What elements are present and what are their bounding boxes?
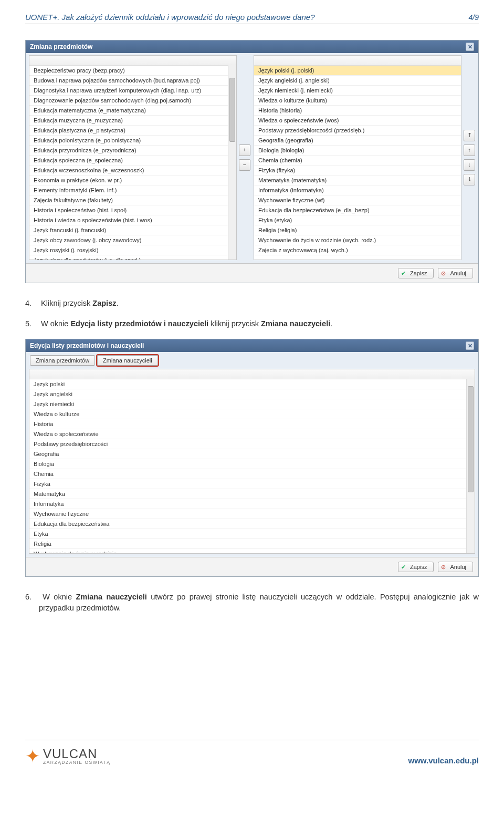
list-item[interactable]: Wychowanie fizyczne: [29, 509, 466, 519]
list-item[interactable]: Historia: [29, 419, 466, 429]
list-item[interactable]: Wiedza o kulturze (kultura): [254, 96, 461, 106]
list-item[interactable]: Historia (historia): [254, 106, 461, 116]
tab-zmiana-przedmiotow[interactable]: Zmiana przedmiotów: [30, 355, 95, 366]
list-item[interactable]: Język polski (j. polski): [254, 66, 461, 76]
add-button[interactable]: +: [239, 144, 250, 156]
list-item[interactable]: Edukacja polonistyczna (e_polonistyczna): [29, 136, 236, 146]
list-item[interactable]: Diagnostyka i naprawa urządzeń komputero…: [29, 86, 236, 96]
list-item[interactable]: Historia i wiedza o społeczeństwie (hist…: [29, 215, 236, 225]
list-item[interactable]: Język rosyjski (j. rosyjski): [29, 245, 236, 255]
save-button[interactable]: ✔ Zapisz: [398, 562, 434, 572]
list-item[interactable]: Chemia (chemia): [254, 156, 461, 165]
list-item[interactable]: Podstawy przedsiębiorczości: [29, 439, 466, 449]
close-icon[interactable]: ✕: [466, 43, 474, 51]
list-item[interactable]: Diagnozowanie pojazdów samochodowych (di…: [29, 96, 236, 106]
list-item[interactable]: Matematyka: [29, 489, 466, 499]
list-item[interactable]: Edukacja plastyczna (e_plastyczna): [29, 126, 236, 136]
list-item[interactable]: Edukacja społeczna (e_spoleczna): [29, 156, 236, 165]
list-item[interactable]: Geografia (geografia): [254, 136, 461, 146]
list-item[interactable]: Wychowanie fizyczne (wf): [254, 195, 461, 205]
list-item[interactable]: Edukacja przyrodnicza (e_przyrodnicza): [29, 146, 236, 156]
list-item[interactable]: Język polski: [29, 379, 466, 389]
vulcan-logo: ✦ VULCAN ZARZĄDZANIE OŚWIATĄ: [25, 748, 110, 765]
list-item[interactable]: Zajęcia fakultatywne (fakultety): [29, 195, 236, 205]
list-item[interactable]: Budowa i naprawa pojazdów samochodowych …: [29, 76, 236, 86]
subject-list[interactable]: Język polskiJęzyk angielskiJęzyk niemiec…: [29, 369, 475, 554]
tab-zmiana-nauczycieli[interactable]: Zmiana nauczycieli: [97, 355, 158, 366]
dialog-titlebar: Zmiana przedmiotów ✕: [26, 40, 478, 53]
list-item[interactable]: Język francuski (j. francuski): [29, 225, 236, 235]
list-item[interactable]: Wiedza o społeczeństwie (wos): [254, 116, 461, 126]
list-item[interactable]: Religia: [29, 539, 466, 549]
list-item[interactable]: Język angielski: [29, 389, 466, 399]
list-item[interactable]: Religia (religia): [254, 225, 461, 235]
move-bottom-button[interactable]: ⤓: [464, 174, 475, 185]
list-item[interactable]: Wychowanie do życia w rodzinie (wych. ro…: [254, 235, 461, 245]
list-item[interactable]: Etyka: [29, 529, 466, 539]
page-number: 4/9: [469, 13, 479, 22]
page-header: UONET+. Jak założyć dziennik oddziału i …: [25, 13, 479, 24]
list-item[interactable]: Zajęcia z wychowawcą (zaj. wych.): [254, 245, 461, 255]
instruction-step-4: 4. Kliknij przycisk Zapisz.: [39, 298, 479, 309]
dialog-title: Edycja listy przedmiotów i nauczycieli: [30, 342, 144, 349]
right-list[interactable]: Język polski (j. polski)Język angielski …: [254, 55, 461, 260]
scrollbar[interactable]: [228, 65, 236, 260]
list-item[interactable]: Edukacja wczesnoszkolna (e_wczesnoszk): [29, 165, 236, 175]
list-item[interactable]: Edukacja dla bezpieczeństwa: [29, 519, 466, 529]
move-buttons: + −: [239, 55, 251, 260]
doc-title: UONET+. Jak założyć dziennik oddziału i …: [25, 13, 315, 22]
site-url: www.vulcan.edu.pl: [408, 756, 479, 765]
check-icon: ✔: [401, 564, 406, 571]
list-item[interactable]: Język niemiecki (j. niemiecki): [254, 86, 461, 96]
save-button[interactable]: ✔ Zapisz: [398, 268, 434, 278]
flame-icon: ✦: [25, 749, 40, 763]
move-down-button[interactable]: ↓: [464, 159, 475, 171]
instruction-step-6: 6. W oknie Zmiana nauczycieli utwórz po …: [39, 592, 479, 614]
page-footer: ✦ VULCAN ZARZĄDZANIE OŚWIATĄ www.vulcan.…: [25, 740, 479, 765]
dialog-zmiana-przedmiotow: Zmiana przedmiotów ✕ Bezpieczeństwo prac…: [25, 40, 479, 283]
brand-name: VULCAN: [43, 748, 110, 760]
list-item[interactable]: Edukacja dla bezpieczeństwa (e_dla_bezp): [254, 205, 461, 215]
move-up-button[interactable]: ↑: [464, 144, 475, 156]
list-header: [254, 56, 461, 66]
save-label: Zapisz: [410, 270, 427, 276]
close-icon[interactable]: ✕: [466, 341, 474, 350]
list-item[interactable]: Język obcy dla spedytorów (j.o. dla sped…: [29, 255, 236, 260]
list-item[interactable]: Historia i społeczeństwo (hist. i społ): [29, 205, 236, 215]
list-item[interactable]: Chemia: [29, 469, 466, 479]
cancel-icon: ⊘: [441, 564, 446, 571]
list-item[interactable]: Język niemiecki: [29, 399, 466, 409]
dialog-toolbar: Zmiana przedmiotów Zmiana nauczycieli: [26, 352, 478, 366]
list-item[interactable]: Bezpieczeństwo pracy (bezp.pracy): [29, 66, 236, 76]
list-item[interactable]: Wiedza o społeczeństwie: [29, 429, 466, 439]
dialog-footer: ✔ Zapisz ⊘ Anuluj: [26, 557, 478, 576]
brand-tagline: ZARZĄDZANIE OŚWIATĄ: [43, 760, 110, 765]
list-item[interactable]: Elementy informatyki (Elem. inf.): [29, 185, 236, 195]
list-item[interactable]: Fizyka: [29, 479, 466, 489]
list-item[interactable]: Język obcy zawodowy (j. obcy zawodowy): [29, 235, 236, 245]
list-item[interactable]: Informatyka (informatyka): [254, 185, 461, 195]
list-item[interactable]: Podstawy przedsiębiorczości (przedsięb.): [254, 126, 461, 136]
cancel-label: Anuluj: [450, 270, 466, 276]
list-item[interactable]: Edukacja matematyczna (e_matematyczna): [29, 106, 236, 116]
list-item[interactable]: Ekonomia w praktyce (ekon. w pr.): [29, 175, 236, 185]
list-item[interactable]: Wiedza o kulturze: [29, 409, 466, 419]
move-top-button[interactable]: ⤒: [464, 130, 475, 141]
cancel-icon: ⊘: [441, 270, 446, 277]
order-buttons: ⤒ ↑ ↓ ⤓: [464, 55, 475, 260]
remove-button[interactable]: −: [239, 159, 250, 171]
list-item[interactable]: Informatyka: [29, 499, 466, 509]
list-item[interactable]: Biologia: [29, 459, 466, 469]
list-item[interactable]: Edukacja muzyczna (e_muzyczna): [29, 116, 236, 126]
list-item[interactable]: Fizyka (fizyka): [254, 165, 461, 175]
left-list[interactable]: Bezpieczeństwo pracy (bezp.pracy)Budowa …: [29, 55, 237, 260]
list-item[interactable]: Wychowanie do życia w rodzinie: [29, 549, 466, 554]
list-item[interactable]: Język angielski (j. angielski): [254, 76, 461, 86]
list-item[interactable]: Matematyka (matematyka): [254, 175, 461, 185]
list-item[interactable]: Etyka (etyka): [254, 215, 461, 225]
cancel-button[interactable]: ⊘ Anuluj: [438, 268, 473, 278]
list-item[interactable]: Biologia (biologia): [254, 146, 461, 156]
scrollbar[interactable]: [466, 379, 475, 553]
cancel-button[interactable]: ⊘ Anuluj: [438, 562, 473, 572]
list-item[interactable]: Geografia: [29, 449, 466, 459]
